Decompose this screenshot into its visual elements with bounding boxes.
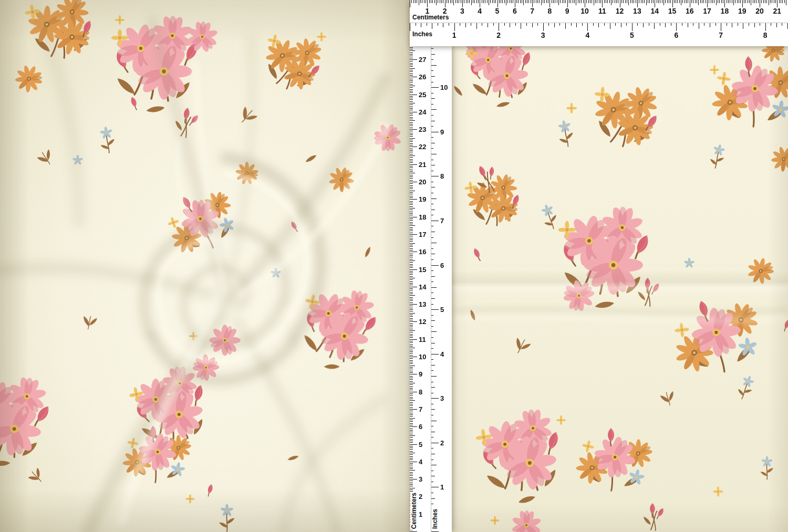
cm-tick: [709, 0, 709, 3]
cm-tick: [482, 0, 482, 3]
cm-tick: [466, 0, 466, 3]
cm-tick: [410, 120, 415, 121]
cm-tick: [410, 208, 415, 208]
cm-tick: [438, 0, 438, 3]
inch-tick: [427, 23, 427, 26]
cm-tick: [410, 477, 413, 478]
cm-tick: [686, 0, 687, 3]
cm-tick: [740, 0, 741, 3]
inch-tick: [593, 23, 594, 26]
cm-tick: [410, 400, 415, 401]
cm-tick: [737, 0, 738, 3]
cm-tick: [615, 0, 615, 3]
inch-tick: [582, 23, 583, 26]
cm-tick: [410, 162, 413, 163]
cm-tick: [775, 0, 776, 3]
cm-tick: [573, 0, 573, 3]
cm-tick: [410, 454, 413, 455]
cm-tick: [410, 404, 413, 404]
h-cm-number: 12: [616, 7, 624, 15]
cm-tick: [429, 0, 430, 3]
cm-tick: [774, 0, 774, 3]
cm-tick: [410, 126, 413, 126]
cluster-pink: [463, 46, 536, 111]
h-cm-number: 3: [460, 7, 464, 15]
cm-tick: [777, 0, 777, 7]
cm-tick: [595, 0, 596, 3]
cm-tick: [410, 66, 413, 67]
cm-tick: [447, 0, 447, 3]
cm-tick: [662, 0, 662, 3]
cm-tick: [562, 0, 563, 3]
cm-tick: [410, 215, 413, 215]
cm-tick: [716, 0, 717, 5]
cm-tick: [410, 119, 413, 119]
inch-tick: [431, 98, 435, 99]
v-cm-number: 3: [419, 475, 422, 483]
cm-tick: [410, 435, 415, 436]
inch-tick: [431, 432, 435, 432]
v-cm-scale: Centimeters 2726252423222120191817161514…: [410, 46, 431, 532]
inch-tick: [699, 23, 699, 29]
cm-tick: [410, 65, 413, 65]
cm-tick: [702, 0, 702, 3]
cm-tick: [410, 342, 413, 343]
cm-tick: [648, 0, 648, 3]
cm-tick: [462, 0, 463, 7]
inch-tick: [431, 121, 435, 121]
sprig-blue: [538, 202, 561, 231]
cm-tick: [410, 105, 413, 105]
cm-tick: [735, 0, 735, 3]
cm-tick: [410, 108, 413, 109]
cm-tick: [410, 79, 413, 79]
cluster-pink: [472, 400, 569, 509]
cm-tick: [410, 451, 413, 452]
cm-tick: [410, 381, 413, 382]
cm-tick: [410, 128, 413, 128]
v-cm-number: 22: [419, 143, 426, 151]
h-cm-number: 21: [773, 7, 782, 15]
inch-tick: [431, 176, 439, 176]
inch-tick: [432, 23, 432, 29]
cm-tick: [630, 0, 631, 3]
cm-tick: [410, 98, 413, 98]
v-inch-number: 2: [440, 439, 444, 446]
v-inch-number: 7: [440, 216, 444, 224]
bud: [472, 247, 482, 262]
cm-tick: [445, 0, 445, 7]
v-inch-number: 9: [440, 128, 444, 135]
h-cm-number: 7: [530, 7, 534, 15]
cm-tick: [693, 0, 693, 3]
cm-tick: [410, 220, 413, 221]
inch-tick: [632, 23, 633, 31]
cm-tick: [697, 0, 697, 3]
h-inch-number: 5: [630, 31, 634, 39]
cm-tick: [756, 0, 756, 3]
cm-tick: [410, 468, 413, 469]
cm-tick: [434, 0, 435, 3]
inch-tick: [431, 331, 437, 332]
cm-tick: [410, 290, 413, 290]
v-inch-scale: Inches 10987654321: [431, 46, 452, 532]
cm-tick: [613, 0, 613, 3]
cm-tick: [410, 246, 413, 247]
cm-tick: [410, 147, 417, 147]
cm-tick: [410, 201, 413, 202]
h-inch-number: 7: [719, 31, 723, 39]
yellow-flower: [490, 516, 499, 525]
cm-tick: [499, 0, 500, 3]
cm-tick: [724, 0, 725, 7]
cm-tick: [410, 276, 413, 277]
cm-tick: [410, 129, 417, 130]
cm-tick: [410, 0, 410, 7]
fabric-swirl-art: [0, 0, 410, 532]
cm-tick: [411, 0, 412, 3]
v-inch-number: 6: [440, 261, 444, 269]
cm-tick: [410, 107, 413, 107]
v-inch-number: 1: [440, 483, 444, 491]
inch-tick: [431, 398, 439, 399]
h-cm-number: 18: [721, 7, 729, 15]
cm-tick: [657, 0, 657, 3]
cm-tick: [410, 336, 413, 336]
cm-tick: [410, 191, 415, 191]
